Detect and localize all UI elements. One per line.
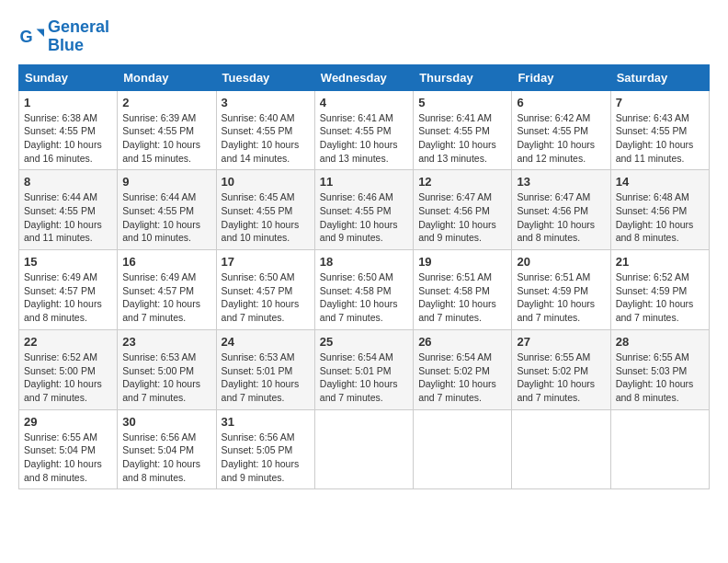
calendar-cell: 4Sunrise: 6:41 AM Sunset: 4:55 PM Daylig… [314, 90, 413, 170]
day-info: Sunrise: 6:41 AM Sunset: 4:55 PM Dayligh… [320, 111, 408, 166]
day-header-tuesday: Tuesday [216, 64, 314, 90]
day-number: 7 [616, 96, 704, 109]
day-number: 12 [418, 175, 506, 189]
day-info: Sunrise: 6:50 AM Sunset: 4:57 PM Dayligh… [222, 270, 310, 325]
day-header-monday: Monday [118, 64, 216, 90]
day-number: 13 [517, 175, 605, 189]
day-info: Sunrise: 6:53 AM Sunset: 5:01 PM Dayligh… [222, 350, 310, 405]
day-info: Sunrise: 6:51 AM Sunset: 4:59 PM Dayligh… [517, 270, 605, 325]
day-number: 28 [616, 335, 704, 349]
day-number: 29 [24, 415, 112, 429]
calendar-cell: 9Sunrise: 6:44 AM Sunset: 4:55 PM Daylig… [118, 170, 216, 250]
calendar-cell: 14Sunrise: 6:48 AM Sunset: 4:56 PM Dayli… [610, 170, 709, 250]
day-info: Sunrise: 6:46 AM Sunset: 4:55 PM Dayligh… [320, 190, 408, 245]
logo-text: General Blue [48, 18, 109, 55]
day-info: Sunrise: 6:51 AM Sunset: 4:58 PM Dayligh… [418, 270, 506, 325]
day-info: Sunrise: 6:55 AM Sunset: 5:04 PM Dayligh… [24, 431, 112, 485]
calendar-cell: 2Sunrise: 6:39 AM Sunset: 4:55 PM Daylig… [118, 90, 216, 170]
day-info: Sunrise: 6:40 AM Sunset: 4:55 PM Dayligh… [222, 111, 310, 166]
day-info: Sunrise: 6:44 AM Sunset: 4:55 PM Dayligh… [24, 190, 112, 245]
day-info: Sunrise: 6:47 AM Sunset: 4:56 PM Dayligh… [418, 190, 506, 245]
calendar-cell: 7Sunrise: 6:43 AM Sunset: 4:55 PM Daylig… [610, 90, 709, 170]
calendar-cell: 19Sunrise: 6:51 AM Sunset: 4:58 PM Dayli… [414, 250, 512, 330]
day-header-thursday: Thursday [414, 64, 512, 90]
calendar-week-row: 1Sunrise: 6:38 AM Sunset: 4:55 PM Daylig… [19, 90, 710, 170]
calendar-cell: 28Sunrise: 6:55 AM Sunset: 5:03 PM Dayli… [610, 329, 709, 409]
calendar-week-row: 29Sunrise: 6:55 AM Sunset: 5:04 PM Dayli… [19, 409, 710, 489]
day-info: Sunrise: 6:45 AM Sunset: 4:55 PM Dayligh… [222, 190, 310, 245]
calendar-cell: 22Sunrise: 6:52 AM Sunset: 5:00 PM Dayli… [19, 329, 118, 409]
day-info: Sunrise: 6:44 AM Sunset: 4:55 PM Dayligh… [122, 190, 210, 245]
day-info: Sunrise: 6:42 AM Sunset: 4:55 PM Dayligh… [517, 111, 605, 166]
calendar-cell: 5Sunrise: 6:41 AM Sunset: 4:55 PM Daylig… [414, 90, 512, 170]
calendar-cell: 25Sunrise: 6:54 AM Sunset: 5:01 PM Dayli… [314, 329, 413, 409]
calendar-cell: 26Sunrise: 6:54 AM Sunset: 5:02 PM Dayli… [414, 329, 512, 409]
day-number: 31 [222, 415, 310, 429]
day-number: 18 [320, 255, 408, 269]
calendar-cell: 31Sunrise: 6:56 AM Sunset: 5:05 PM Dayli… [216, 409, 314, 489]
calendar-cell: 23Sunrise: 6:53 AM Sunset: 5:00 PM Dayli… [118, 329, 216, 409]
day-number: 10 [222, 175, 310, 189]
calendar-cell: 17Sunrise: 6:50 AM Sunset: 4:57 PM Dayli… [216, 250, 314, 330]
day-number: 23 [122, 335, 210, 349]
calendar-cell: 16Sunrise: 6:49 AM Sunset: 4:57 PM Dayli… [118, 250, 216, 330]
day-number: 27 [517, 335, 605, 349]
day-number: 19 [418, 255, 506, 269]
day-info: Sunrise: 6:56 AM Sunset: 5:04 PM Dayligh… [122, 431, 210, 485]
day-info: Sunrise: 6:41 AM Sunset: 4:55 PM Dayligh… [418, 111, 506, 166]
day-number: 6 [517, 96, 605, 109]
day-header-saturday: Saturday [610, 64, 709, 90]
calendar-week-row: 15Sunrise: 6:49 AM Sunset: 4:57 PM Dayli… [19, 250, 710, 330]
day-number: 3 [222, 96, 310, 109]
logo: G General Blue [18, 18, 109, 55]
calendar-cell: 10Sunrise: 6:45 AM Sunset: 4:55 PM Dayli… [216, 170, 314, 250]
page-header: G General Blue [18, 18, 710, 55]
calendar-cell: 27Sunrise: 6:55 AM Sunset: 5:02 PM Dayli… [512, 329, 610, 409]
day-info: Sunrise: 6:49 AM Sunset: 4:57 PM Dayligh… [122, 270, 210, 325]
day-number: 25 [320, 335, 408, 349]
day-header-friday: Friday [512, 64, 610, 90]
day-number: 11 [320, 175, 408, 189]
day-info: Sunrise: 6:50 AM Sunset: 4:58 PM Dayligh… [320, 270, 408, 325]
day-number: 4 [320, 96, 408, 109]
calendar-cell [414, 409, 512, 489]
day-info: Sunrise: 6:54 AM Sunset: 5:01 PM Dayligh… [320, 350, 408, 405]
day-info: Sunrise: 6:49 AM Sunset: 4:57 PM Dayligh… [24, 270, 112, 325]
day-info: Sunrise: 6:55 AM Sunset: 5:03 PM Dayligh… [616, 350, 704, 405]
day-number: 22 [24, 335, 112, 349]
calendar-cell: 13Sunrise: 6:47 AM Sunset: 4:56 PM Dayli… [512, 170, 610, 250]
calendar-week-row: 22Sunrise: 6:52 AM Sunset: 5:00 PM Dayli… [19, 329, 710, 409]
calendar-body: 1Sunrise: 6:38 AM Sunset: 4:55 PM Daylig… [19, 90, 710, 489]
day-number: 2 [122, 96, 210, 109]
day-number: 30 [122, 415, 210, 429]
day-header-sunday: Sunday [19, 64, 118, 90]
calendar-cell [314, 409, 413, 489]
calendar-cell: 24Sunrise: 6:53 AM Sunset: 5:01 PM Dayli… [216, 329, 314, 409]
calendar-week-row: 8Sunrise: 6:44 AM Sunset: 4:55 PM Daylig… [19, 170, 710, 250]
day-number: 24 [222, 335, 310, 349]
calendar-cell: 15Sunrise: 6:49 AM Sunset: 4:57 PM Dayli… [19, 250, 118, 330]
calendar-cell: 30Sunrise: 6:56 AM Sunset: 5:04 PM Dayli… [118, 409, 216, 489]
day-info: Sunrise: 6:39 AM Sunset: 4:55 PM Dayligh… [122, 111, 210, 166]
day-info: Sunrise: 6:55 AM Sunset: 5:02 PM Dayligh… [517, 350, 605, 405]
calendar-cell: 18Sunrise: 6:50 AM Sunset: 4:58 PM Dayli… [314, 250, 413, 330]
day-info: Sunrise: 6:48 AM Sunset: 4:56 PM Dayligh… [616, 190, 704, 245]
day-info: Sunrise: 6:53 AM Sunset: 5:00 PM Dayligh… [122, 350, 210, 405]
day-number: 17 [222, 255, 310, 269]
calendar-cell: 1Sunrise: 6:38 AM Sunset: 4:55 PM Daylig… [19, 90, 118, 170]
day-number: 5 [418, 96, 506, 109]
day-info: Sunrise: 6:47 AM Sunset: 4:56 PM Dayligh… [517, 190, 605, 245]
svg-marker-1 [37, 29, 44, 36]
calendar-cell: 20Sunrise: 6:51 AM Sunset: 4:59 PM Dayli… [512, 250, 610, 330]
calendar-cell: 3Sunrise: 6:40 AM Sunset: 4:55 PM Daylig… [216, 90, 314, 170]
calendar-cell [512, 409, 610, 489]
calendar-cell [610, 409, 709, 489]
calendar-cell: 8Sunrise: 6:44 AM Sunset: 4:55 PM Daylig… [19, 170, 118, 250]
day-info: Sunrise: 6:52 AM Sunset: 4:59 PM Dayligh… [616, 270, 704, 325]
day-number: 16 [122, 255, 210, 269]
calendar-cell: 29Sunrise: 6:55 AM Sunset: 5:04 PM Dayli… [19, 409, 118, 489]
day-number: 21 [616, 255, 704, 269]
day-info: Sunrise: 6:43 AM Sunset: 4:55 PM Dayligh… [616, 111, 704, 166]
day-number: 26 [418, 335, 506, 349]
calendar-cell: 21Sunrise: 6:52 AM Sunset: 4:59 PM Dayli… [610, 250, 709, 330]
